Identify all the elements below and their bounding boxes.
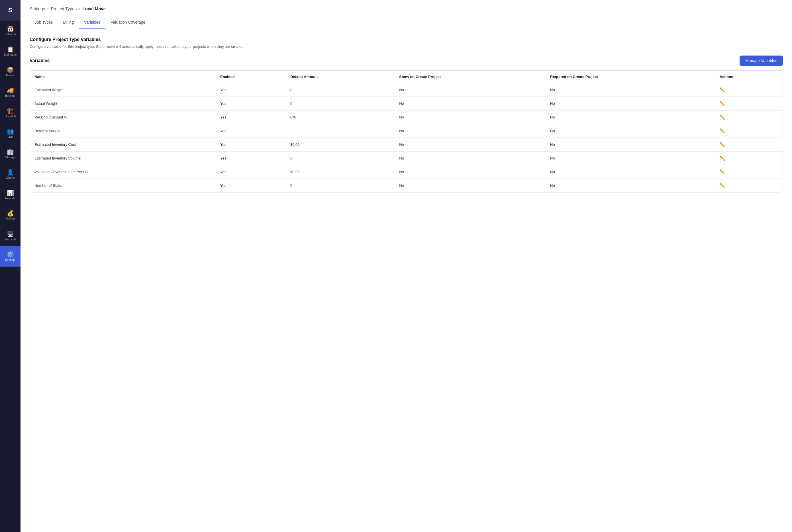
sidebar-item-label: Dispatch <box>5 115 16 118</box>
col-enabled: Enabled <box>216 71 286 83</box>
col-required-on-create: Required on Create Project <box>546 71 715 83</box>
variables-header: Variables Manage Variables <box>30 56 783 66</box>
cell-actions: ✏️ <box>715 179 782 192</box>
col-name: Name <box>30 71 216 83</box>
cell-required-on-create: No <box>546 111 715 124</box>
edit-icon[interactable]: ✏️ <box>720 156 725 160</box>
edit-icon[interactable]: ✏️ <box>720 129 725 133</box>
table-row: Estimated Inventory Cost Yes $0.00 No No… <box>30 138 782 152</box>
col-actions: Actions <box>715 71 782 83</box>
clients-icon: 👤 <box>7 169 14 175</box>
edit-icon[interactable]: ✏️ <box>720 88 725 92</box>
edit-icon[interactable]: ✏️ <box>720 101 725 106</box>
cell-enabled: Yes <box>216 138 286 152</box>
table-row: Estimated Inventory Volume Yes 0 No No ✏… <box>30 152 782 165</box>
cell-required-on-create: No <box>546 97 715 111</box>
sidebar-item-label: Storage <box>5 156 15 159</box>
sidebar-item-estimates[interactable]: 📋 Estimates <box>0 41 20 61</box>
cell-required-on-create: No <box>546 83 715 97</box>
table-row: Actual Weight Yes 0 No No ✏️ <box>30 97 782 111</box>
booking-icon: 🚚 <box>7 88 14 93</box>
tab-job-types[interactable]: Job Types <box>30 16 58 29</box>
breadcrumb-project-types[interactable]: Project Types <box>51 6 77 11</box>
cell-enabled: Yes <box>216 124 286 138</box>
sidebar-item-label: Payroll <box>6 217 15 221</box>
main-content: Settings › Project Types › Local Move Jo… <box>20 0 792 532</box>
cell-required-on-create: No <box>546 138 715 152</box>
cell-name: Estimated Weight <box>30 83 216 97</box>
cell-default-amount: 0 <box>286 97 395 111</box>
sidebar-item-dispatch[interactable]: 🏗️ Dispatch <box>0 102 20 123</box>
sidebar-item-payroll[interactable]: 💰 Payroll <box>0 205 20 226</box>
cell-name: Estimated Inventory Volume <box>30 152 216 165</box>
cell-show-on-create: No <box>395 165 546 179</box>
cell-show-on-create: No <box>395 152 546 165</box>
moves-icon: 📦 <box>7 67 14 73</box>
breadcrumb-sep-2: › <box>79 6 80 11</box>
sidebar-item-label: Booking <box>5 94 15 97</box>
table-row: Valuation Coverage Cost Per LB Yes $0.00… <box>30 165 782 179</box>
sidebar: S 📅 Calendar 📋 Estimates 📦 Moves 🚚 Booki… <box>0 0 20 532</box>
cell-default-amount: $0.00 <box>286 165 395 179</box>
cell-name: Number of Stairs <box>30 179 216 192</box>
cell-actions: ✏️ <box>715 97 782 111</box>
cell-show-on-create: No <box>395 124 546 138</box>
sidebar-item-storage[interactable]: 🏢 Storage <box>0 144 20 164</box>
table-header-row: Name Enabled Default Amount Show on Crea… <box>30 71 782 83</box>
cell-required-on-create: No <box>546 152 715 165</box>
terminal-icon: 🖥️ <box>7 231 14 237</box>
cell-enabled: Yes <box>216 179 286 192</box>
sidebar-item-live[interactable]: 👥 Live <box>0 123 20 144</box>
calendar-icon: 📅 <box>7 26 14 32</box>
tab-variables[interactable]: Variables <box>79 16 106 29</box>
breadcrumb: Settings › Project Types › Local Move <box>20 0 792 16</box>
cell-show-on-create: No <box>395 179 546 192</box>
cell-default-amount: $0.00 <box>286 138 395 152</box>
cell-name: Valuation Coverage Cost Per LB <box>30 165 216 179</box>
breadcrumb-settings[interactable]: Settings <box>30 6 45 11</box>
live-icon: 👥 <box>7 129 14 134</box>
content-area: Configure Project Type Variables Configu… <box>20 29 792 201</box>
table-row: Packing Discount % Yes 0% No No ✏️ <box>30 111 782 124</box>
configure-desc: Configure variables for this project typ… <box>30 44 783 49</box>
sidebar-item-moves[interactable]: 📦 Moves <box>0 61 20 82</box>
variables-table: Name Enabled Default Amount Show on Crea… <box>30 71 782 192</box>
breadcrumb-local-move: Local Move <box>82 6 106 11</box>
edit-icon[interactable]: ✏️ <box>720 183 725 188</box>
col-default-amount: Default Amount <box>286 71 395 83</box>
edit-icon[interactable]: ✏️ <box>720 115 725 120</box>
table-row: Referral Source Yes No No ✏️ <box>30 124 782 138</box>
cell-enabled: Yes <box>216 97 286 111</box>
sidebar-item-calendar[interactable]: 📅 Calendar <box>0 20 20 41</box>
dispatch-icon: 🏗️ <box>7 108 14 114</box>
sidebar-item-settings[interactable]: ⚙️ Settings <box>0 246 20 267</box>
col-show-on-create: Show on Create Project <box>395 71 546 83</box>
variables-table-container: Name Enabled Default Amount Show on Crea… <box>30 70 783 192</box>
sidebar-logo: S <box>0 0 20 20</box>
cell-actions: ✏️ <box>715 152 782 165</box>
sidebar-item-terminal[interactable]: 🖥️ Terminal <box>0 226 20 246</box>
cell-actions: ✏️ <box>715 138 782 152</box>
sidebar-item-reports[interactable]: 📊 Reports <box>0 185 20 205</box>
tab-valuation-coverage[interactable]: Valuation Coverage <box>106 16 150 29</box>
edit-icon[interactable]: ✏️ <box>720 142 725 147</box>
configure-title: Configure Project Type Variables <box>30 37 783 42</box>
cell-enabled: Yes <box>216 83 286 97</box>
storage-icon: 🏢 <box>7 149 14 155</box>
tab-billing[interactable]: Billing <box>58 16 79 29</box>
cell-enabled: Yes <box>216 111 286 124</box>
table-row: Number of Stairs Yes 0 No No ✏️ <box>30 179 782 192</box>
edit-icon[interactable]: ✏️ <box>720 169 725 174</box>
cell-actions: ✏️ <box>715 83 782 97</box>
cell-default-amount <box>286 124 395 138</box>
sidebar-item-clients[interactable]: 👤 Clients <box>0 164 20 185</box>
payroll-icon: 💰 <box>7 210 14 216</box>
settings-icon: ⚙️ <box>7 251 14 257</box>
cell-default-amount: 0 <box>286 83 395 97</box>
reports-icon: 📊 <box>7 190 14 196</box>
cell-enabled: Yes <box>216 165 286 179</box>
cell-show-on-create: No <box>395 83 546 97</box>
manage-variables-button[interactable]: Manage Variables <box>740 56 783 66</box>
sidebar-item-booking[interactable]: 🚚 Booking <box>0 82 20 102</box>
cell-default-amount: 0 <box>286 152 395 165</box>
